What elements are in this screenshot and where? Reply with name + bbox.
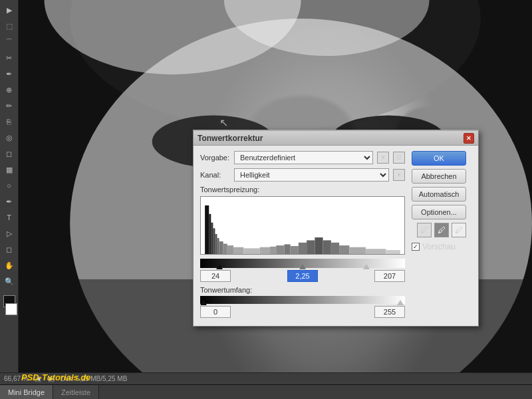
svg-rect-27	[323, 240, 331, 254]
tool-gradient[interactable]: ▦	[2, 162, 17, 177]
svg-rect-22	[284, 244, 290, 254]
levels-dialog: Tonwertkorrektur ✕ Vorgabe: Benutzerdefi…	[193, 130, 479, 327]
input-values-row	[200, 270, 405, 282]
svg-rect-31	[366, 249, 386, 254]
tool-path[interactable]: ▷	[2, 226, 17, 241]
white-point-slider[interactable]	[363, 264, 370, 269]
svg-rect-17	[233, 247, 243, 254]
dialog-body: Vorgabe: Benutzerdefiniert ▼ ☰ Kanal: He…	[194, 146, 478, 326]
tool-pen[interactable]: ✒	[2, 194, 17, 209]
tab-mini-bridge[interactable]: Mini Bridge	[0, 385, 53, 399]
tool-type[interactable]: T	[2, 210, 17, 225]
preview-label: Vorschau	[422, 242, 456, 251]
preset-select[interactable]: Benutzerdefiniert	[234, 151, 373, 164]
tool-heal[interactable]: ⊕	[2, 82, 17, 97]
white-point-input[interactable]	[374, 270, 405, 282]
dialog-left-panel: Vorgabe: Benutzerdefiniert ▼ ☰ Kanal: He…	[200, 151, 405, 321]
input-section-label: Tonwertspreizung:	[200, 186, 405, 194]
black-point-slider[interactable]	[216, 264, 223, 269]
dialog-right-panel: OK Abbrechen Automatisch Optionen... 🖊 🖊…	[412, 151, 471, 321]
output-section-label: Tonwertumfang:	[200, 286, 405, 294]
dialog-titlebar: Tonwertkorrektur ✕	[194, 131, 478, 146]
output-slider-track	[200, 296, 405, 304]
tool-history[interactable]: ◎	[2, 130, 17, 145]
output-white-slider[interactable]	[397, 300, 404, 305]
tool-shape[interactable]: ◻	[2, 242, 17, 257]
channel-arrow-button[interactable]: ▼	[393, 169, 405, 181]
tool-hand[interactable]: ✋	[2, 258, 17, 273]
output-black-input[interactable]	[200, 306, 231, 318]
svg-rect-12	[215, 234, 217, 254]
svg-rect-25	[307, 240, 315, 254]
tool-eraser[interactable]: ◻	[2, 146, 17, 161]
channel-label: Kanal:	[200, 171, 230, 179]
svg-rect-8	[205, 205, 209, 254]
preset-options-button[interactable]: ☰	[393, 152, 405, 164]
svg-rect-20	[270, 247, 276, 254]
svg-rect-30	[349, 247, 365, 254]
gamma-slider[interactable]	[299, 264, 306, 269]
svg-rect-14	[219, 241, 223, 254]
eyedropper-row: 🖊 🖊 🖊	[412, 223, 471, 237]
tabs-bar: Mini Bridge Zeitleiste	[0, 384, 532, 399]
tool-eyedropper-toolbar[interactable]: ✒	[2, 66, 17, 81]
gamma-input[interactable]	[287, 270, 318, 282]
tool-dodge[interactable]: ○	[2, 178, 17, 193]
tool-arrow[interactable]: ▶	[2, 3, 17, 17]
output-white-input[interactable]	[374, 306, 405, 318]
svg-rect-10	[211, 223, 213, 254]
tool-clone[interactable]: ⎘	[2, 114, 17, 129]
dialog-close-button[interactable]: ✕	[464, 133, 474, 144]
svg-rect-15	[223, 244, 227, 254]
svg-rect-29	[339, 245, 349, 254]
black-point-input[interactable]	[200, 270, 231, 282]
options-button[interactable]: Optionen...	[412, 205, 466, 219]
preset-menu-button[interactable]: ▼	[377, 152, 389, 164]
svg-rect-26	[315, 237, 323, 254]
svg-rect-16	[227, 245, 233, 254]
tool-zoom[interactable]: 🔍	[2, 274, 17, 289]
tool-brush[interactable]: ✏	[2, 98, 17, 113]
svg-rect-28	[331, 243, 339, 254]
background-color[interactable]	[5, 303, 17, 315]
svg-rect-9	[209, 214, 211, 254]
channel-row: Kanal: Helligkeit ▼	[200, 168, 405, 182]
left-toolbar: ▶ ⬚ ⌒ ✂ ✒ ⊕ ✏ ⎘ ◎ ◻ ▦ ○ ✒ T ▷ ◻ ✋ 🔍	[0, 0, 19, 372]
preset-row: Vorgabe: Benutzerdefiniert ▼ ☰	[200, 151, 405, 164]
watermark: PSD-Tutorials.de	[21, 372, 91, 382]
cancel-button[interactable]: Abbrechen	[412, 169, 466, 184]
svg-rect-23	[291, 246, 299, 254]
svg-rect-19	[260, 247, 270, 254]
input-slider-track	[200, 259, 405, 268]
histogram-svg	[201, 197, 404, 254]
output-black-slider[interactable]	[200, 300, 207, 305]
histogram-container	[200, 196, 405, 255]
svg-rect-13	[217, 238, 219, 254]
tab-zeitleiste[interactable]: Zeitleiste	[53, 385, 99, 399]
channel-select[interactable]: Helligkeit	[234, 168, 389, 182]
ok-button[interactable]: OK	[412, 151, 466, 166]
output-values-row	[200, 306, 405, 318]
svg-rect-11	[213, 228, 215, 254]
tool-crop[interactable]: ✂	[2, 51, 17, 65]
white-eyedropper-button[interactable]: 🖊	[452, 223, 466, 237]
preview-row: ✓ Vorschau	[412, 242, 471, 251]
dialog-title: Tonwertkorrektur	[198, 134, 263, 143]
preset-label: Vorgabe:	[200, 154, 230, 162]
preview-checkbox[interactable]: ✓	[412, 243, 420, 251]
tool-lasso[interactable]: ⌒	[2, 35, 17, 49]
gray-eyedropper-button[interactable]: 🖊	[434, 223, 449, 237]
svg-rect-24	[299, 243, 307, 254]
black-eyedropper-button[interactable]: 🖊	[417, 223, 432, 237]
tool-marquee[interactable]: ⬚	[2, 19, 17, 33]
svg-rect-21	[276, 245, 284, 254]
svg-rect-32	[386, 250, 400, 254]
auto-button[interactable]: Automatisch	[412, 187, 466, 201]
svg-rect-18	[243, 248, 259, 254]
